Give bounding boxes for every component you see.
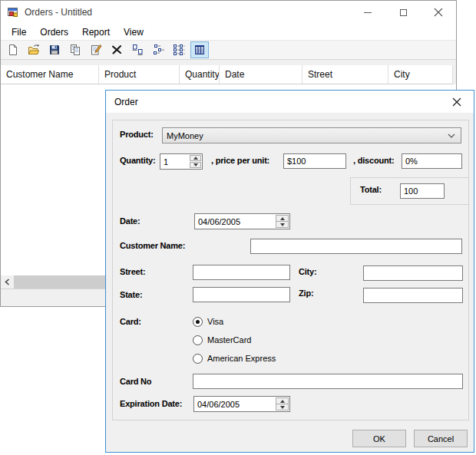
street-input[interactable] [193,265,290,280]
column-header-date[interactable]: Date [220,65,302,84]
menu-item-view[interactable]: View [117,24,150,40]
radio-unselected-icon [193,335,203,345]
column-header-street[interactable]: Street [302,65,388,84]
small-icons-view-icon [152,44,164,56]
details-view-icon [193,44,206,56]
arrow-down-icon[interactable] [276,404,288,410]
quantity-stepper[interactable]: 1 [160,153,203,170]
quantity-value: 1 [160,154,189,169]
radio-selected-icon [193,317,203,327]
card-label: Card: [120,317,141,326]
city-input[interactable] [363,265,463,281]
radio-label-american-express: American Express [207,354,276,363]
properties-button[interactable] [87,41,105,58]
total-value: 100 [404,186,418,196]
column-header-customer-name[interactable]: Customer Name [1,65,99,84]
state-input[interactable] [193,287,290,302]
save-icon [48,44,61,56]
discount-value: 0% [405,157,418,166]
date-label: Date: [120,216,140,226]
open-button[interactable] [25,41,43,58]
chevron-down-icon [448,134,455,138]
total-input[interactable]: 100 [400,183,445,199]
date-picker[interactable]: 04/06/2005 [194,213,290,229]
close-icon [434,8,443,17]
city-label: City: [299,267,316,276]
radio-option-mastercard[interactable]: MasterCard [193,334,251,346]
large-icons-view-button[interactable] [128,41,147,58]
quantity-up-button[interactable] [190,155,201,161]
arrow-down-icon[interactable] [276,221,288,227]
date-value: 04/06/2005 [195,214,275,229]
list-header: Customer Name Product Quantity Date Stre… [1,65,453,84]
minimize-icon [364,12,372,13]
new-button[interactable] [4,41,22,58]
large-icons-view-icon [131,44,144,56]
cancel-button[interactable]: Cancel [414,430,468,447]
properties-icon [90,44,102,56]
menu-item-file[interactable]: File [5,24,33,40]
discount-label: , discount: [353,156,394,165]
maximize-icon [400,9,407,16]
date-spinner[interactable] [276,215,289,228]
new-document-icon [7,44,19,56]
arrow-up-icon[interactable] [276,398,288,404]
copy-icon [69,44,81,56]
open-folder-icon [28,44,40,56]
radio-option-visa[interactable]: Visa [193,315,223,328]
copy-button[interactable] [66,41,84,58]
list-view-button[interactable] [170,41,188,58]
product-select[interactable]: MyMoney [162,127,461,143]
zip-input[interactable] [363,288,463,303]
dialog-close-button[interactable] [439,91,474,113]
customer-name-label: Customer Name: [120,241,185,250]
close-button[interactable] [421,1,456,24]
dialog-title: Order [114,97,138,107]
arrow-up-icon [193,157,198,160]
customer-name-input[interactable] [250,239,462,254]
column-header-city[interactable]: City [388,65,453,84]
zip-label: Zip: [299,288,313,298]
radio-label-mastercard: MasterCard [207,335,251,345]
arrow-down-icon [193,163,198,167]
delete-button[interactable] [107,41,126,58]
menu-item-orders[interactable]: Orders [33,24,75,40]
expiration-spinner[interactable] [276,397,289,410]
price-input[interactable]: $100 [283,153,346,169]
state-label: State: [120,290,142,299]
list-view-icon [173,44,185,56]
scroll-left-icon [5,279,10,285]
dialog-close-icon [452,97,461,107]
price-label: , price per unit: [211,156,269,165]
maximize-button[interactable] [385,1,421,24]
scroll-left-button[interactable] [1,275,14,288]
card-no-input[interactable] [193,374,463,389]
menu-item-report[interactable]: Report [75,24,117,40]
column-header-product[interactable]: Product [99,65,180,84]
save-button[interactable] [45,41,64,58]
menu-bar: File Orders Report View [1,24,456,40]
product-value: MyMoney [167,131,203,140]
column-header-quantity[interactable]: Quantity [180,65,220,84]
radio-unselected-icon [193,354,203,364]
radio-label-visa: Visa [207,317,223,326]
ok-button[interactable]: OK [352,430,406,447]
quantity-down-button[interactable] [190,162,201,168]
expiration-date-label: Expiration Date: [120,399,182,408]
arrow-up-icon[interactable] [276,216,288,221]
window-title: Orders - Untitled [25,7,92,18]
small-icons-view-button[interactable] [149,41,167,58]
price-value: $100 [287,157,306,166]
expiration-date-value: 04/06/2005 [194,397,275,411]
toolbar [1,40,456,60]
delete-icon [111,44,123,56]
expiration-date-picker[interactable]: 04/06/2005 [193,396,290,412]
orders-app-icon [7,6,19,18]
details-view-button[interactable] [190,41,209,58]
order-dialog: Order Product: MyMoney Quantity: 1 , pri… [105,90,474,453]
radio-option-american-express[interactable]: American Express [193,352,276,364]
main-titlebar: Orders - Untitled [1,1,456,24]
minimize-button[interactable] [350,1,385,24]
street-label: Street: [120,267,145,276]
discount-input[interactable]: 0% [402,153,462,169]
